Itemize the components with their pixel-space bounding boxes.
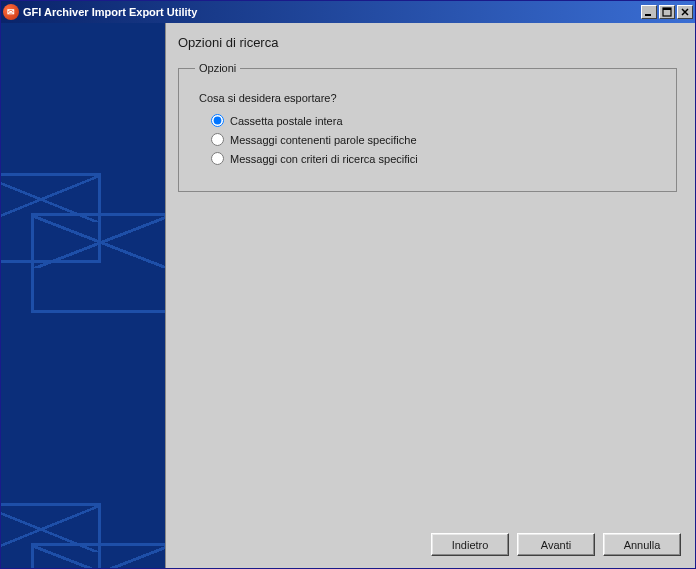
groupbox-legend: Opzioni xyxy=(195,62,240,74)
maximize-button[interactable] xyxy=(659,5,675,19)
radio-option-specific-criteria[interactable]: Messaggi con criteri di ricerca specific… xyxy=(211,152,660,165)
envelope-icon xyxy=(31,213,165,313)
options-groupbox: Opzioni Cosa si desidera esportare? Cass… xyxy=(178,62,677,192)
next-button[interactable]: Avanti xyxy=(517,533,595,556)
radio-input[interactable] xyxy=(211,114,224,127)
window-title: GFI Archiver Import Export Utility xyxy=(23,6,641,18)
titlebar: ✉ GFI Archiver Import Export Utility xyxy=(1,1,695,23)
page-title: Opzioni di ricerca xyxy=(178,35,677,50)
close-button[interactable] xyxy=(677,5,693,19)
sidebar xyxy=(1,23,165,568)
radio-option-whole-mailbox[interactable]: Cassetta postale intera xyxy=(211,114,660,127)
app-icon: ✉ xyxy=(3,4,19,20)
minimize-button[interactable] xyxy=(641,5,657,19)
svg-rect-0 xyxy=(645,14,651,16)
radio-label: Cassetta postale intera xyxy=(230,115,343,127)
main-panel: Opzioni di ricerca Opzioni Cosa si desid… xyxy=(165,23,695,568)
radio-input[interactable] xyxy=(211,152,224,165)
back-button[interactable]: Indietro xyxy=(431,533,509,556)
svg-rect-2 xyxy=(663,8,671,10)
envelope-icon xyxy=(31,543,165,568)
cancel-button[interactable]: Annulla xyxy=(603,533,681,556)
radio-label: Messaggi contenenti parole specifiche xyxy=(230,134,417,146)
export-question: Cosa si desidera esportare? xyxy=(199,92,660,104)
radio-option-specific-words[interactable]: Messaggi contenenti parole specifiche xyxy=(211,133,660,146)
radio-input[interactable] xyxy=(211,133,224,146)
radio-label: Messaggi con criteri di ricerca specific… xyxy=(230,153,418,165)
wizard-footer: Indietro Avanti Annulla xyxy=(166,525,695,568)
